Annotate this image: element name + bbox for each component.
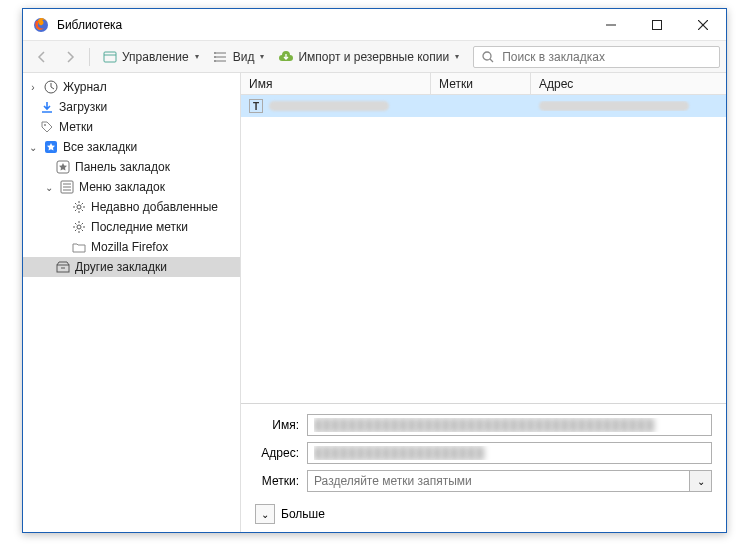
toolbar: Управление ▾ Вид ▾ Импорт и резервные ко… <box>23 41 726 73</box>
list-item[interactable]: T <box>241 95 726 117</box>
chevron-down-icon: ▾ <box>260 52 264 61</box>
gear-icon <box>71 199 87 215</box>
details-tags-input[interactable] <box>307 470 690 492</box>
tree-item-journal[interactable]: › Журнал <box>23 77 240 97</box>
tree-label: Все закладки <box>63 140 137 154</box>
tree-item-mozilla-firefox[interactable]: Mozilla Firefox <box>23 237 240 257</box>
chevron-down-icon: ⌄ <box>697 476 705 487</box>
svg-point-23 <box>77 205 81 209</box>
details-address-label: Адрес: <box>255 446 299 460</box>
titlebar: Библиотека <box>23 9 726 41</box>
drawer-icon <box>55 259 71 275</box>
item-name-redacted <box>269 101 389 111</box>
gear-icon <box>71 219 87 235</box>
collapse-icon[interactable]: ⌄ <box>27 142 39 153</box>
details-address-input[interactable] <box>307 442 712 464</box>
star-icon <box>43 139 59 155</box>
view-label: Вид <box>233 50 255 64</box>
separator <box>89 48 90 66</box>
tree-item-downloads[interactable]: Загрузки <box>23 97 240 117</box>
manage-icon <box>102 49 118 65</box>
menu-icon <box>59 179 75 195</box>
svg-line-14 <box>490 59 493 62</box>
tree-label: Метки <box>59 120 93 134</box>
more-toggle-button[interactable]: ⌄ <box>255 504 275 524</box>
details-tags-label: Метки: <box>255 474 299 488</box>
svg-point-24 <box>77 225 81 229</box>
tree-item-recent-tags[interactable]: Последние метки <box>23 217 240 237</box>
maximize-button[interactable] <box>634 9 680 41</box>
back-button[interactable] <box>29 45 55 69</box>
tree-label: Другие закладки <box>75 260 167 274</box>
chevron-down-icon: ▾ <box>455 52 459 61</box>
column-headers: Имя Метки Адрес <box>241 73 726 95</box>
column-tags[interactable]: Метки <box>431 73 531 94</box>
download-icon <box>39 99 55 115</box>
svg-point-13 <box>483 52 491 60</box>
folder-icon <box>71 239 87 255</box>
search-icon <box>480 49 496 65</box>
tree-item-other-bookmarks[interactable]: Другие закладки <box>23 257 240 277</box>
tree-label: Меню закладок <box>79 180 165 194</box>
search-box[interactable] <box>473 46 720 68</box>
tree-label: Недавно добавленные <box>91 200 218 214</box>
search-input[interactable] <box>502 50 713 64</box>
view-menu[interactable]: Вид ▾ <box>207 45 271 69</box>
manage-label: Управление <box>122 50 189 64</box>
tag-icon <box>39 119 55 135</box>
bookmark-list[interactable]: T <box>241 95 726 403</box>
tree-label: Последние метки <box>91 220 188 234</box>
tree-item-tags[interactable]: Метки <box>23 117 240 137</box>
window-title: Библиотека <box>57 18 588 32</box>
library-window: Библиотека Управление ▾ Вид ▾ Импорт и р <box>22 8 727 533</box>
manage-menu[interactable]: Управление ▾ <box>96 45 205 69</box>
expand-icon[interactable]: › <box>27 82 39 93</box>
favicon-letter-icon: T <box>249 99 263 113</box>
chevron-down-icon: ▾ <box>195 52 199 61</box>
svg-point-10 <box>214 52 216 54</box>
tree-label: Загрузки <box>59 100 107 114</box>
star-outline-icon <box>55 159 71 175</box>
import-icon <box>278 49 294 65</box>
view-icon <box>213 49 229 65</box>
tree-item-all-bookmarks[interactable]: ⌄ Все закладки <box>23 137 240 157</box>
firefox-icon <box>33 17 49 33</box>
details-panel: Имя: Адрес: Метки: <box>241 403 726 532</box>
chevron-down-icon: ⌄ <box>261 509 269 520</box>
forward-button[interactable] <box>57 45 83 69</box>
import-label: Импорт и резервные копии <box>298 50 449 64</box>
tags-dropdown-button[interactable]: ⌄ <box>690 470 712 492</box>
details-name-label: Имя: <box>255 418 299 432</box>
tree-label: Журнал <box>63 80 107 94</box>
tree-label: Панель закладок <box>75 160 170 174</box>
svg-point-11 <box>214 56 216 58</box>
collapse-icon[interactable]: ⌄ <box>43 182 55 193</box>
details-name-input[interactable] <box>307 414 712 436</box>
item-address-redacted <box>539 101 689 111</box>
column-name[interactable]: Имя <box>241 73 431 94</box>
tree-label: Mozilla Firefox <box>91 240 168 254</box>
main-pane: Имя Метки Адрес T <box>241 73 726 532</box>
close-button[interactable] <box>680 9 726 41</box>
column-address[interactable]: Адрес <box>531 73 726 94</box>
tree-item-recently-added[interactable]: Недавно добавленные <box>23 197 240 217</box>
svg-rect-5 <box>104 52 116 62</box>
minimize-button[interactable] <box>588 9 634 41</box>
sidebar-tree: › Журнал Загрузки Метки ⌄ Все закладки <box>23 73 241 532</box>
svg-point-16 <box>44 124 46 126</box>
clock-icon <box>43 79 59 95</box>
import-menu[interactable]: Импорт и резервные копии ▾ <box>272 45 465 69</box>
more-label: Больше <box>281 507 325 521</box>
tree-item-toolbar-panel[interactable]: Панель закладок <box>23 157 240 177</box>
svg-point-12 <box>214 60 216 62</box>
svg-rect-2 <box>653 20 662 29</box>
tree-item-bookmarks-menu[interactable]: ⌄ Меню закладок <box>23 177 240 197</box>
